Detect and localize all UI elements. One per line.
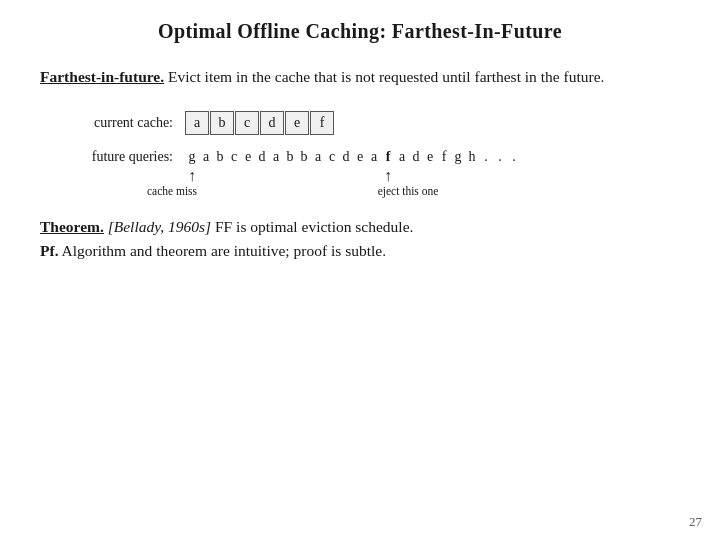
cache-item-a: a — [185, 111, 209, 135]
slide: Optimal Offline Caching: Farthest-In-Fut… — [0, 0, 720, 540]
qchar-b3: b — [297, 149, 311, 165]
qchar-a1: a — [199, 149, 213, 165]
cache-miss-label: cache miss — [147, 185, 197, 197]
theorem-label: Theorem. — [40, 218, 104, 235]
eject-label-block: eject this one — [381, 185, 395, 197]
theorem-text1: FF is optimal eviction schedule. — [211, 218, 413, 235]
slide-title: Optimal Offline Caching: Farthest-In-Fut… — [40, 20, 680, 43]
qchar-b1: b — [213, 149, 227, 165]
eject-arrow: ↑ — [384, 167, 392, 185]
eject-annotation: ↑ — [381, 167, 395, 185]
qchar-dot2: . — [493, 149, 507, 165]
queries-label: future queries: — [70, 149, 185, 165]
pf-label: Pf. — [40, 242, 59, 259]
cache-miss-label-block: cache miss — [185, 185, 199, 197]
theorem-line2: Pf. Algorithm and theorem are intuitive;… — [40, 239, 680, 264]
cache-row: current cache: a b c d e f — [70, 111, 680, 135]
intro-paragraph: Farthest-in-future. Evict item in the ca… — [40, 65, 680, 89]
cache-label: current cache: — [70, 115, 185, 131]
diagram-area: current cache: a b c d e f future querie… — [70, 111, 680, 197]
qchar-dot3: . — [507, 149, 521, 165]
theorem-line1: Theorem. [Bellady, 1960s] FF is optimal … — [40, 215, 680, 240]
qchar-c1: c — [227, 149, 241, 165]
cache-boxes: a b c d e f — [185, 111, 335, 135]
qchar-e1: e — [241, 149, 255, 165]
qchar-e2: e — [353, 149, 367, 165]
qchar-b2: b — [283, 149, 297, 165]
cache-item-f: f — [310, 111, 334, 135]
theorem-section: Theorem. [Bellady, 1960s] FF is optimal … — [40, 215, 680, 265]
intro-body: Evict item in the cache that is not requ… — [164, 68, 604, 85]
cache-item-b: b — [210, 111, 234, 135]
qchar-f2: f — [437, 149, 451, 165]
cache-item-d: d — [260, 111, 284, 135]
qchar-a3: a — [311, 149, 325, 165]
qchar-g: g — [185, 149, 199, 165]
qchar-d1: d — [255, 149, 269, 165]
theorem-bracket: [Bellady, 1960s] — [104, 218, 211, 235]
qchar-dot1: . — [479, 149, 493, 165]
page-number: 27 — [689, 514, 702, 530]
qchar-h: h — [465, 149, 479, 165]
cache-item-c: c — [235, 111, 259, 135]
cache-item-e: e — [285, 111, 309, 135]
queries-content: g a b c e d a b b a c d e a f a d — [185, 149, 521, 197]
cache-miss-annotation: ↑ — [185, 167, 199, 185]
cache-miss-arrow: ↑ — [188, 167, 196, 185]
qchar-d2: d — [339, 149, 353, 165]
queries-sequence: g a b c e d a b b a c d e a f a d — [185, 149, 521, 165]
qchar-e3: e — [423, 149, 437, 165]
pf-text: Algorithm and theorem are intuitive; pro… — [59, 242, 387, 259]
qchar-d3: d — [409, 149, 423, 165]
labels-row: cache miss eject this o — [185, 185, 395, 197]
qchar-f1: f — [381, 149, 395, 165]
queries-row: future queries: g a b c e d a b b a c d — [70, 149, 680, 197]
qchar-a4: a — [367, 149, 381, 165]
qchar-a2: a — [269, 149, 283, 165]
eject-label: eject this one — [378, 185, 439, 197]
qchar-a5: a — [395, 149, 409, 165]
qchar-g2: g — [451, 149, 465, 165]
arrows-row: ↑ — [185, 167, 395, 185]
qchar-c2: c — [325, 149, 339, 165]
intro-term: Farthest-in-future. — [40, 68, 164, 85]
